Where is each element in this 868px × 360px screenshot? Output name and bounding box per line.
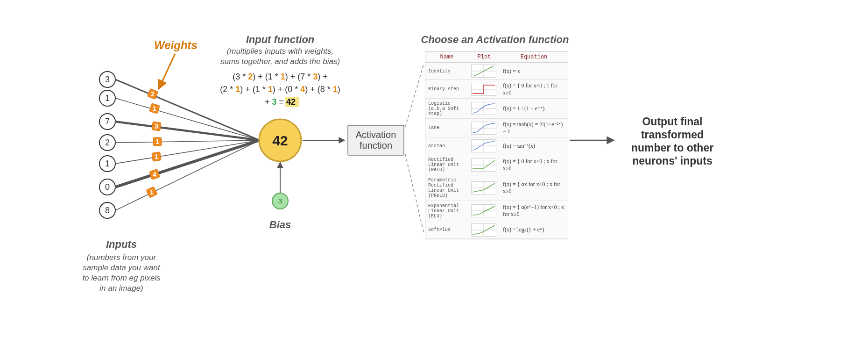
- svg-text:7: 7: [105, 117, 110, 126]
- bias-label: Bias: [269, 219, 291, 230]
- edge-4: [115, 140, 260, 164]
- svg-text:1: 1: [105, 94, 110, 103]
- act-row-arctan: ArcTan f(x) = tan⁻¹(x): [425, 137, 568, 155]
- inputs-sub2: sample data you want: [83, 263, 161, 272]
- svg-text:4: 4: [153, 171, 156, 178]
- edge-5: [115, 140, 260, 187]
- plot-arctan-icon: [471, 139, 496, 152]
- svg-text:1: 1: [105, 159, 110, 168]
- svg-text:1: 1: [150, 188, 154, 196]
- act-header-name: Name: [425, 52, 468, 63]
- activation-box-line2: function: [360, 140, 392, 151]
- weight-badge-6: 1: [146, 187, 157, 198]
- input-function-sub2: sums together, and adds the bias): [220, 57, 340, 66]
- svg-text:1: 1: [155, 138, 159, 145]
- edge-1: [115, 98, 260, 140]
- formula-line1: (3 * 2) + (1 * 1) + (7 * 3) +: [233, 72, 328, 81]
- svg-text:0: 0: [105, 182, 110, 192]
- input-node-6: 8: [99, 202, 115, 218]
- input-function-title: Input function: [246, 34, 315, 45]
- input-node-3: 2: [99, 135, 115, 151]
- plot-tanh-icon: [471, 122, 496, 135]
- act-row-binary-step: Binary step f(x) = { 0 for x<0 ; 1 for x…: [425, 80, 568, 99]
- act-row-identity: Identity f(x) = x: [425, 63, 568, 80]
- input-node-2: 7: [99, 114, 115, 130]
- output-line1: Output final: [642, 115, 702, 128]
- plot-identity-icon: [471, 65, 496, 78]
- svg-text:2: 2: [151, 90, 155, 98]
- output-line3: number to other: [631, 142, 713, 154]
- inputs-sub1: (numbers from your: [87, 253, 157, 262]
- weight-badge-0: 2: [147, 88, 158, 99]
- act-row-relu: Rectified Linear Unit (ReLU) f(x) = { 0 …: [425, 155, 568, 175]
- act-row-softplus: SoftPlus f(x) = logₑ(1 + eˣ): [425, 221, 568, 239]
- svg-text:2: 2: [105, 138, 110, 147]
- weights-arrow-icon: [159, 54, 175, 89]
- svg-text:3: 3: [105, 75, 110, 84]
- act-row-logistic: Logistic (a.k.a Soft step) f(x) = 1 / (1…: [425, 99, 568, 119]
- formula-line2: (2 * 1) + (1 * 1) + (0 * 4) + (8 * 1): [220, 85, 340, 94]
- edge-6: [115, 140, 260, 210]
- weight-badge-1: 1: [149, 103, 160, 114]
- edge-3: [115, 140, 260, 143]
- act-header-eq: Equation: [500, 52, 568, 63]
- input-node-1: 1: [99, 90, 115, 106]
- activation-title: Choose an Activation function: [421, 34, 569, 45]
- input-node-5: 0: [99, 179, 115, 195]
- act-row-elu: Exponential Linear Unit (ELU) f(x) = { α…: [425, 201, 568, 221]
- bias-value: 3: [278, 197, 282, 205]
- dash-bottom-icon: [405, 154, 424, 234]
- plot-relu-icon: [471, 158, 496, 172]
- dash-top-icon: [405, 63, 424, 127]
- svg-text:1: 1: [153, 105, 156, 112]
- input-node-0: 3: [99, 72, 115, 87]
- weight-badge-3: 1: [153, 137, 162, 146]
- weight-badge-4: 1: [152, 152, 162, 162]
- plot-softplus-icon: [471, 223, 496, 237]
- act-row-tanh: TanH f(x) = tanh(x) = 2/(1+e⁻²ˣ) − 1: [425, 119, 568, 137]
- weight-badge-2: 3: [152, 122, 161, 131]
- weight-badge-5: 4: [149, 169, 160, 180]
- plot-elu-icon: [471, 204, 496, 217]
- svg-text:8: 8: [105, 206, 110, 215]
- activation-box-line1: Activation: [356, 130, 396, 140]
- input-node-4: 1: [99, 156, 115, 172]
- act-row-prelu: Parametric Rectified Linear Unit (PReLU)…: [425, 175, 568, 201]
- svg-text:3: 3: [155, 122, 158, 130]
- neuron-value: 42: [272, 133, 288, 148]
- input-function-sub1: (multiplies inputs with weights,: [227, 47, 334, 56]
- act-header-plot: Plot: [468, 52, 500, 63]
- plot-step-icon: [471, 83, 496, 96]
- activation-table: Name Plot Equation Identity f(x) = x Bin…: [425, 51, 568, 239]
- plot-prelu-icon: [471, 181, 496, 194]
- inputs-title: Inputs: [106, 238, 137, 250]
- svg-text:1: 1: [155, 153, 158, 160]
- inputs-sub3: to learn from eg pixels: [82, 274, 161, 282]
- weights-label: Weights: [154, 39, 198, 51]
- formula-line3: + 3 = 42: [265, 97, 296, 107]
- inputs-sub4: in an image): [99, 284, 143, 293]
- output-line2: transformed: [641, 129, 704, 141]
- output-line4: neurons' inputs: [632, 155, 713, 167]
- plot-logistic-icon: [471, 102, 496, 115]
